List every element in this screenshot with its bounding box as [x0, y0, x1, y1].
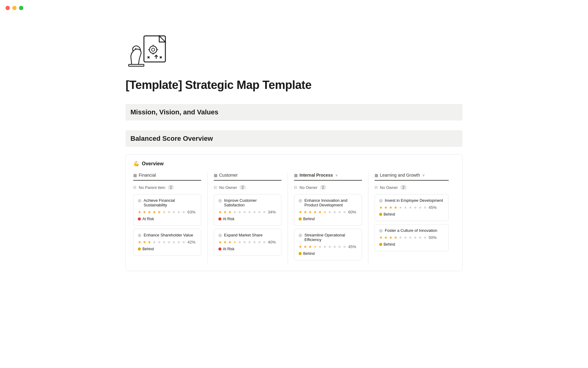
- owner-label-internal_process: No Owner: [300, 185, 318, 190]
- stars-row-financial-1: ★★★★★★★★★★ 42%: [138, 240, 197, 244]
- goal-title: Invest in Employee Development: [385, 198, 443, 203]
- star-half: ★: [233, 240, 237, 244]
- goal-pct-customer-1: 40%: [268, 240, 276, 244]
- star-filled: ★: [384, 235, 388, 240]
- star-empty: ★: [409, 235, 412, 240]
- goal-name-learning_growth-1: ◎ Foster a Culture of Innovation: [379, 228, 444, 233]
- col-label-learning_growth: Learning and Growth: [380, 173, 420, 178]
- svg-point-15: [135, 48, 136, 49]
- goal-item-financial-1[interactable]: ◎ Enhance Shareholder Value ★★★★★★★★★★ 4…: [133, 229, 201, 256]
- goal-item-customer-1[interactable]: ◎ Expand Market Share ★★★★★★★★★★ 40% At …: [214, 229, 282, 256]
- star-empty: ★: [333, 210, 337, 214]
- col-label-financial: Financial: [139, 173, 156, 178]
- star-filled: ★: [313, 210, 317, 214]
- goal-name-financial-1: ◎ Enhance Shareholder Value: [138, 233, 197, 237]
- status-dot-financial-0: [138, 217, 141, 220]
- star-empty: ★: [423, 235, 427, 240]
- star-filled: ★: [299, 210, 302, 214]
- star-filled: ★: [308, 210, 312, 214]
- owner-count-learning_growth: 2: [400, 185, 407, 190]
- star-half: ★: [323, 210, 327, 214]
- star-empty: ★: [399, 235, 402, 240]
- status-dot-financial-1: [138, 247, 141, 251]
- goal-item-customer-0[interactable]: ◎ Improve Customer Satisfaction ★★★★★★★★…: [214, 194, 282, 226]
- goal-target-icon: ◎: [379, 198, 383, 203]
- col-header-financial: ▦ Financial: [133, 173, 201, 181]
- star-filled: ★: [303, 210, 307, 214]
- column-learning_growth: ▦ Learning and Growth ∨ ⊟ No Owner 2 ◎ I…: [375, 173, 455, 263]
- column-internal_process: ▦ Internal Process ∨ ⊟ No Owner 2 ◎ Enha…: [294, 173, 368, 263]
- stars-row-learning_growth-0: ★★★★★★★★★★ 45%: [379, 205, 444, 210]
- goal-item-internal_process-1[interactable]: ◎ Streamline Operational Efficiency ★★★★…: [294, 229, 362, 260]
- columns-grid: ▦ Financial ⊟ No Parent item 2 ◎ Achieve…: [133, 173, 455, 263]
- star-empty: ★: [172, 210, 176, 214]
- goal-title: Enhance Shareholder Value: [144, 233, 193, 237]
- star-filled: ★: [143, 210, 146, 214]
- status-label-internal_process-0: Behind: [303, 217, 315, 221]
- star-filled: ★: [223, 210, 227, 214]
- star-empty: ★: [238, 240, 242, 244]
- star-filled: ★: [384, 205, 388, 210]
- status-label-financial-1: Behind: [142, 247, 154, 251]
- owner-row-learning_growth: ⊟ No Owner 2: [375, 185, 449, 190]
- star-empty: ★: [333, 244, 337, 249]
- star-empty: ★: [167, 210, 171, 214]
- star-filled: ★: [138, 210, 141, 214]
- owner-icon-learning_growth: ⊟: [375, 185, 378, 190]
- stars-row-internal_process-1: ★★★★★★★★★★ 45%: [299, 244, 357, 249]
- goal-target-icon: ◎: [218, 233, 222, 237]
- muscle-icon: 💪: [133, 161, 139, 167]
- goal-title: Streamline Operational Efficiency: [304, 233, 357, 242]
- star-empty: ★: [157, 240, 161, 244]
- star-filled: ★: [303, 244, 307, 249]
- goal-title: Foster a Culture of Innovation: [385, 228, 437, 233]
- mission-section-header: Mission, Vision, and Values: [126, 104, 462, 121]
- star-filled: ★: [143, 240, 146, 244]
- star-empty: ★: [409, 205, 412, 210]
- goal-pct-learning_growth-0: 45%: [429, 205, 437, 210]
- titlebar: [0, 0, 588, 16]
- col-chevron-internal_process[interactable]: ∨: [335, 173, 338, 177]
- goal-title: Enhance Innovation and Product Developme…: [304, 198, 357, 207]
- close-button[interactable]: [6, 6, 10, 10]
- status-dot-internal_process-0: [299, 217, 302, 220]
- star-empty: ★: [338, 244, 341, 249]
- goal-item-financial-0[interactable]: ◎ Achieve Financial Sustainability ★★★★★…: [133, 194, 201, 226]
- goal-item-learning_growth-1[interactable]: ◎ Foster a Culture of Innovation ★★★★★★★…: [375, 224, 449, 251]
- col-table-icon: ▦: [294, 173, 298, 178]
- minimize-button[interactable]: [12, 6, 17, 10]
- col-table-icon: ▦: [133, 173, 137, 178]
- star-empty: ★: [248, 210, 251, 214]
- goal-target-icon: ◎: [218, 198, 222, 203]
- star-filled: ★: [148, 210, 151, 214]
- status-dot-internal_process-1: [299, 252, 302, 255]
- star-empty: ★: [153, 240, 156, 244]
- star-filled: ★: [218, 240, 222, 244]
- goal-item-learning_growth-0[interactable]: ◎ Invest in Employee Development ★★★★★★★…: [375, 194, 449, 221]
- owner-count-financial: 2: [168, 185, 174, 190]
- star-empty: ★: [248, 240, 251, 244]
- col-label-customer: Customer: [219, 173, 238, 178]
- status-badge-customer-1: At Risk: [218, 247, 235, 251]
- star-empty: ★: [328, 210, 332, 214]
- goal-target-icon: ◎: [379, 228, 383, 233]
- star-filled: ★: [228, 210, 232, 214]
- status-badge-learning_growth-1: Behind: [379, 242, 395, 247]
- status-badge-internal_process-0: Behind: [299, 217, 315, 221]
- status-dot-learning_growth-1: [379, 243, 382, 246]
- star-empty: ★: [318, 244, 322, 249]
- star-filled: ★: [389, 205, 393, 210]
- star-half: ★: [162, 210, 166, 214]
- maximize-button[interactable]: [19, 6, 23, 10]
- svg-point-4: [152, 48, 155, 51]
- goal-target-icon: ◎: [299, 198, 302, 203]
- goal-item-internal_process-0[interactable]: ◎ Enhance Innovation and Product Develop…: [294, 194, 362, 226]
- owner-row-internal_process: ⊟ No Owner 2: [294, 185, 362, 190]
- goal-pct-internal_process-1: 45%: [348, 244, 356, 249]
- star-empty: ★: [182, 210, 186, 214]
- col-chevron-learning_growth[interactable]: ∨: [422, 173, 425, 177]
- owner-row-financial: ⊟ No Parent item 2: [133, 185, 201, 190]
- star-filled: ★: [379, 205, 383, 210]
- status-badge-financial-0: At Risk: [138, 217, 154, 221]
- page-hero-icon: [126, 34, 168, 71]
